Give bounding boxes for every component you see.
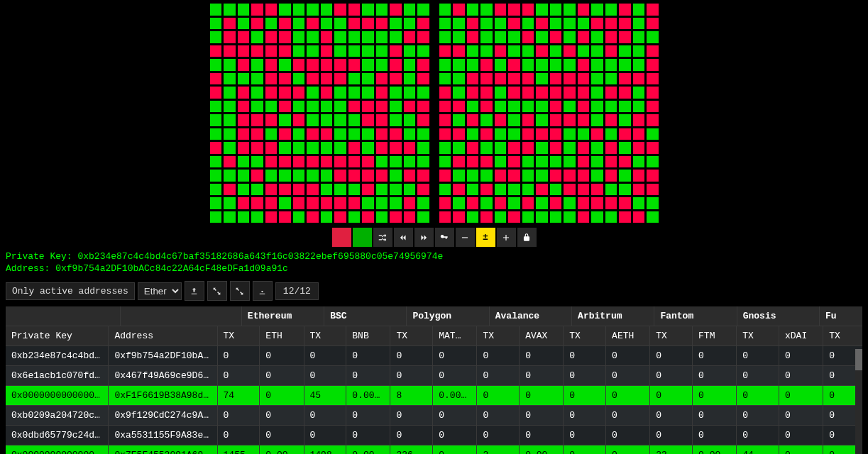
bit-cell[interactable] — [577, 211, 590, 224]
bit-cell[interactable] — [439, 100, 452, 114]
bit-cell[interactable] — [452, 17, 466, 31]
bit-cell[interactable] — [618, 72, 632, 86]
bit-cell[interactable] — [209, 169, 223, 182]
bit-cell[interactable] — [348, 86, 361, 99]
bit-cell[interactable] — [563, 17, 576, 31]
bit-cell[interactable] — [535, 155, 549, 169]
bit-cell[interactable] — [605, 72, 618, 86]
table-row[interactable]: 0x0dbd65779c24d886da0ef96…0xa5531155F9A8… — [6, 425, 862, 445]
bit-cell[interactable] — [306, 114, 319, 127]
bit-cell[interactable] — [417, 141, 430, 155]
bit-cell[interactable] — [389, 169, 402, 182]
bit-cell[interactable] — [278, 58, 292, 72]
bit-cell[interactable] — [265, 114, 278, 127]
bit-cell[interactable] — [306, 196, 319, 210]
bit-cell[interactable] — [605, 86, 618, 99]
bit-cell[interactable] — [590, 141, 604, 155]
bit-cell[interactable] — [439, 183, 452, 196]
bit-cell[interactable] — [522, 58, 535, 72]
bit-cell[interactable] — [251, 196, 264, 210]
bit-cell[interactable] — [590, 45, 604, 58]
bit-cell[interactable] — [646, 3, 659, 16]
bit-cell[interactable] — [439, 196, 452, 210]
bit-cell[interactable] — [320, 155, 334, 169]
bit-cell[interactable] — [320, 86, 334, 99]
bit-cell[interactable] — [549, 169, 563, 182]
bit-cell[interactable] — [375, 86, 389, 99]
bit-cell[interactable] — [389, 114, 402, 127]
bit-cell[interactable] — [522, 72, 535, 86]
bit-cell[interactable] — [417, 100, 430, 114]
bit-cell[interactable] — [605, 141, 618, 155]
minus-button[interactable] — [456, 228, 475, 247]
bit-cell[interactable] — [618, 45, 632, 58]
bit-cell[interactable] — [334, 141, 347, 155]
bit-cell[interactable] — [535, 196, 549, 210]
bit-cell[interactable] — [348, 211, 361, 224]
bit-cell[interactable] — [320, 17, 334, 31]
bit-cell[interactable] — [522, 128, 535, 141]
bit-cell[interactable] — [605, 114, 618, 127]
bit-cell[interactable] — [439, 72, 452, 86]
bit-cell[interactable] — [209, 58, 223, 72]
bit-cell[interactable] — [618, 169, 632, 182]
bit-cell[interactable] — [334, 86, 347, 99]
bit-cell[interactable] — [265, 17, 278, 31]
bit-cell[interactable] — [320, 196, 334, 210]
bit-cell[interactable] — [646, 45, 659, 58]
bit-cell[interactable] — [507, 31, 521, 44]
bit-cell[interactable] — [361, 72, 375, 86]
bit-cell[interactable] — [403, 3, 417, 16]
bit-cell[interactable] — [237, 183, 251, 196]
bit-cell[interactable] — [563, 141, 576, 155]
bit-cell[interactable] — [605, 196, 618, 210]
bit-cell[interactable] — [334, 3, 347, 16]
bit-cell[interactable] — [632, 114, 646, 127]
bit-cell[interactable] — [507, 45, 521, 58]
bit-cell[interactable] — [549, 114, 563, 127]
bit-cell[interactable] — [334, 114, 347, 127]
bit-cell[interactable] — [403, 72, 417, 86]
bit-cell[interactable] — [605, 45, 618, 58]
bit-cell[interactable] — [480, 17, 493, 31]
bit-cell[interactable] — [348, 141, 361, 155]
bit-cell[interactable] — [590, 196, 604, 210]
bit-cell[interactable] — [278, 169, 292, 182]
bit-cell[interactable] — [646, 72, 659, 86]
bit-cell[interactable] — [306, 72, 319, 86]
bit-cell[interactable] — [209, 211, 223, 224]
bit-cell[interactable] — [466, 155, 480, 169]
bit-cell[interactable] — [209, 45, 223, 58]
bit-cell[interactable] — [251, 45, 264, 58]
bit-cell[interactable] — [452, 169, 466, 182]
bit-cell[interactable] — [646, 31, 659, 44]
bit-cell[interactable] — [389, 45, 402, 58]
bit-cell[interactable] — [361, 169, 375, 182]
bit-cell[interactable] — [209, 128, 223, 141]
bit-cell[interactable] — [265, 155, 278, 169]
bit-cell[interactable] — [618, 155, 632, 169]
collapse-button[interactable] — [207, 281, 227, 301]
bit-cell[interactable] — [403, 114, 417, 127]
bit-cell[interactable] — [549, 3, 563, 16]
bit-cell[interactable] — [466, 58, 480, 72]
bit-cell[interactable] — [618, 114, 632, 127]
bit-cell[interactable] — [522, 31, 535, 44]
bit-cell[interactable] — [563, 196, 576, 210]
bit-cell[interactable] — [348, 58, 361, 72]
bit-cell[interactable] — [605, 128, 618, 141]
bit-cell[interactable] — [632, 141, 646, 155]
bit-cell[interactable] — [632, 155, 646, 169]
bit-cell[interactable] — [361, 86, 375, 99]
bit-cell[interactable] — [265, 141, 278, 155]
bit-cell[interactable] — [292, 155, 306, 169]
bit-cell[interactable] — [632, 72, 646, 86]
bit-cell[interactable] — [522, 169, 535, 182]
bit-cell[interactable] — [334, 31, 347, 44]
bit-cell[interactable] — [646, 114, 659, 127]
bit-cell[interactable] — [361, 31, 375, 44]
bit-cell[interactable] — [403, 31, 417, 44]
bit-cell[interactable] — [480, 114, 493, 127]
bit-cell[interactable] — [306, 169, 319, 182]
bit-cell[interactable] — [278, 141, 292, 155]
